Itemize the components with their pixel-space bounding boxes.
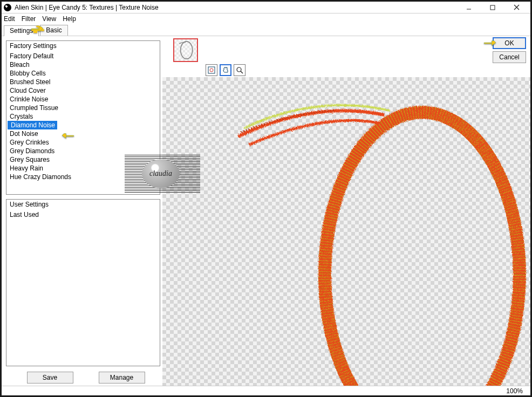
maximize-button[interactable] (481, 2, 504, 13)
magnifier-icon[interactable] (234, 64, 245, 76)
preview-tools (206, 64, 245, 76)
list-item[interactable]: Brushed Steel (6, 78, 160, 86)
menu-help[interactable]: Help (63, 15, 76, 23)
close-button[interactable] (504, 2, 528, 13)
svg-point-6 (210, 69, 213, 72)
list-item[interactable]: Factory Default (6, 52, 160, 60)
manage-button[interactable]: Manage (99, 372, 145, 384)
list-item[interactable]: Blobby Cells (6, 69, 160, 78)
watermark: claudia (125, 155, 200, 193)
cancel-button[interactable]: Cancel (493, 51, 526, 63)
tabs-row: Settings Basic (2, 24, 530, 36)
watermark-label: claudia (142, 159, 180, 188)
status-bar: 100% (2, 386, 530, 395)
svg-point-9 (325, 112, 520, 386)
list-item[interactable]: Last Used (6, 210, 160, 219)
user-settings-listbox[interactable]: User Settings Last Used (6, 199, 160, 366)
svg-rect-1 (490, 5, 495, 10)
save-button[interactable]: Save (27, 372, 73, 384)
dialog-buttons: OK Cancel (493, 37, 526, 63)
settings-button-row: Save Manage (6, 366, 160, 384)
svg-rect-5 (208, 67, 215, 73)
factory-settings-header: Factory Settings (6, 41, 160, 52)
hand-tool-icon[interactable] (220, 64, 231, 76)
list-item[interactable]: Crinkle Noise (6, 95, 160, 104)
window-title: Alien Skin | Eye Candy 5: Textures | Tex… (15, 4, 457, 11)
tab-settings[interactable]: Settings (4, 25, 39, 36)
user-settings-header: User Settings (6, 200, 160, 210)
ok-button[interactable]: OK (493, 37, 526, 49)
list-item[interactable]: Bleach (6, 60, 160, 69)
svg-point-4 (181, 42, 193, 59)
preview-area: OK Cancel (162, 36, 530, 386)
menu-edit[interactable]: Edit (4, 15, 15, 23)
minimize-button[interactable] (457, 2, 481, 13)
zoom-fit-icon[interactable] (206, 64, 217, 76)
list-item[interactable]: Cloud Cover (6, 86, 160, 95)
list-item[interactable]: Grey Diamonds (6, 147, 160, 155)
main-area: Factory Settings Factory DefaultBleachBl… (2, 36, 530, 386)
zoom-level: 100% (506, 387, 523, 395)
list-item[interactable]: Grey Crinkles (6, 138, 160, 147)
tab-basic[interactable]: Basic (40, 25, 67, 36)
menu-bar: Edit Filter View Help (2, 13, 530, 24)
menu-filter[interactable]: Filter (22, 15, 36, 23)
app-icon (4, 4, 11, 11)
menu-view[interactable]: View (42, 15, 56, 23)
title-bar: Alien Skin | Eye Candy 5: Textures | Tex… (2, 2, 530, 13)
window-controls (457, 2, 528, 13)
list-item[interactable]: Crumpled Tissue (6, 104, 160, 112)
list-item[interactable]: Diamond Noise (8, 121, 57, 129)
svg-point-7 (237, 67, 241, 72)
list-item[interactable]: Crystals (6, 112, 160, 121)
list-item[interactable]: Dot Noise (6, 129, 160, 138)
preview-thumbnail[interactable] (173, 38, 198, 62)
left-panel: Factory Settings Factory DefaultBleachBl… (2, 36, 162, 386)
svg-line-8 (241, 71, 243, 73)
preview-canvas[interactable] (162, 77, 530, 386)
